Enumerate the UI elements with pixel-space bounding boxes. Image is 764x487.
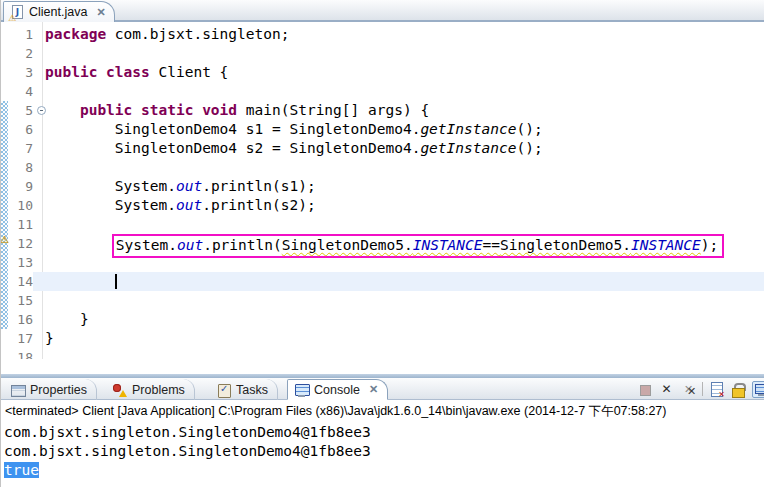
close-icon[interactable]: ✕ bbox=[96, 6, 105, 19]
code-line[interactable]: 15 bbox=[9, 291, 764, 310]
code-line[interactable]: 14 bbox=[9, 272, 764, 291]
panel-tab-properties[interactable]: Properties bbox=[4, 379, 97, 400]
code-token: System. bbox=[115, 178, 176, 194]
code-indent bbox=[45, 102, 80, 118]
line-number: 7 bbox=[9, 139, 33, 158]
code-indent bbox=[45, 273, 115, 289]
selected-text: true bbox=[4, 462, 39, 478]
code-token: package bbox=[45, 26, 106, 42]
code-line-content[interactable] bbox=[33, 253, 764, 272]
close-icon[interactable]: ✕ bbox=[369, 383, 378, 396]
code-line[interactable]: 12 System.out.println(SingletonDemo5.INS… bbox=[9, 234, 764, 253]
java-file-icon: J ⚠ bbox=[10, 5, 24, 20]
editor-tab-bar: J ⚠ Client.java ✕ bbox=[1, 0, 764, 22]
code-area[interactable]: 1package com.bjsxt.singleton;23public cl… bbox=[9, 25, 764, 359]
panel-tab-tasks[interactable]: Tasks bbox=[210, 379, 278, 400]
panel-tab-problems[interactable]: Problems bbox=[106, 379, 195, 400]
remove-all-launches-icon[interactable] bbox=[680, 381, 697, 398]
code-line-content[interactable] bbox=[33, 272, 764, 291]
code-line-content[interactable] bbox=[33, 158, 764, 177]
code-line-content[interactable]: public static void main(String[] args) { bbox=[33, 101, 764, 120]
code-line-content[interactable]: } bbox=[33, 329, 764, 348]
code-token: INSTANCE bbox=[631, 237, 701, 253]
line-number: 1 bbox=[9, 25, 33, 44]
code-line[interactable]: 9 System.out.println(s1); bbox=[9, 177, 764, 196]
toolbar-separator bbox=[702, 382, 703, 396]
code-indent bbox=[45, 237, 115, 253]
code-indent bbox=[45, 178, 115, 194]
code-line-content[interactable]: System.out.println(SingletonDemo5.INSTAN… bbox=[33, 234, 764, 253]
code-indent bbox=[45, 311, 80, 327]
code-line-content[interactable]: public class Client { bbox=[33, 63, 764, 82]
code-line-content[interactable]: SingletonDemo4 s1 = SingletonDemo4.getIn… bbox=[33, 120, 764, 139]
annotation-ruler[interactable] bbox=[1, 22, 9, 359]
fold-collapse-icon[interactable] bbox=[37, 106, 46, 115]
console-output[interactable]: com.bjsxt.singleton.SingletonDemo4@1fb8e… bbox=[1, 420, 764, 487]
code-line-content[interactable] bbox=[33, 291, 764, 310]
code-line[interactable]: 3public class Client { bbox=[9, 63, 764, 82]
remove-launch-icon[interactable] bbox=[658, 381, 675, 398]
line-number: 16 bbox=[9, 310, 33, 329]
code-token: .println(s1); bbox=[202, 178, 316, 194]
code-token: ); bbox=[701, 237, 718, 253]
code-token: } bbox=[45, 330, 54, 346]
line-number: 18 bbox=[9, 348, 33, 359]
code-line-content[interactable]: package com.bjsxt.singleton; bbox=[33, 25, 764, 44]
panel-tab-console[interactable]: Console✕ bbox=[287, 379, 388, 400]
line-number: 4 bbox=[9, 82, 33, 101]
code-token: (); bbox=[516, 140, 542, 156]
code-line-content[interactable]: } bbox=[33, 310, 764, 329]
code-token: public static void bbox=[80, 102, 237, 118]
code-token: out bbox=[176, 178, 202, 194]
line-number: 2 bbox=[9, 44, 33, 63]
code-line[interactable]: 10 System.out.println(s2); bbox=[9, 196, 764, 215]
console-text: com.bjsxt.singleton.SingletonDemo4@1fb8e… bbox=[4, 443, 371, 459]
code-line[interactable]: 7 SingletonDemo4 s2 = SingletonDemo4.get… bbox=[9, 139, 764, 158]
code-line-content[interactable]: SingletonDemo4 s2 = SingletonDemo4.getIn… bbox=[33, 139, 764, 158]
scroll-lock-icon[interactable] bbox=[730, 381, 747, 398]
line-number: 17 bbox=[9, 329, 33, 348]
panel-tab-label: Console bbox=[314, 383, 360, 397]
properties-view-icon bbox=[10, 383, 25, 397]
console-line: com.bjsxt.singleton.SingletonDemo4@1fb8e… bbox=[4, 423, 764, 442]
code-line-content[interactable] bbox=[33, 82, 764, 101]
code-indent bbox=[45, 121, 115, 137]
code-line[interactable]: 17} bbox=[9, 329, 764, 348]
pin-console-icon[interactable] bbox=[752, 381, 764, 398]
line-number: 13 bbox=[9, 253, 33, 272]
code-line[interactable]: 6 SingletonDemo4 s1 = SingletonDemo4.get… bbox=[9, 120, 764, 139]
code-token: getInstance bbox=[420, 121, 516, 137]
code-line-content[interactable]: System.out.println(s2); bbox=[33, 196, 764, 215]
code-line[interactable]: 4 bbox=[9, 82, 764, 101]
code-token: SingletonDemo5. bbox=[282, 237, 413, 253]
code-indent bbox=[45, 140, 115, 156]
code-token: getInstance bbox=[420, 140, 516, 156]
console-view-icon bbox=[294, 383, 309, 397]
code-line[interactable]: 8 bbox=[9, 158, 764, 177]
code-line[interactable]: 16 } bbox=[9, 310, 764, 329]
code-line-content[interactable] bbox=[33, 348, 764, 359]
code-line-content[interactable]: System.out.println(s1); bbox=[33, 177, 764, 196]
code-token: com.bjsxt.singleton; bbox=[106, 26, 289, 42]
code-line[interactable]: 2 bbox=[9, 44, 764, 63]
code-line[interactable]: 18 bbox=[9, 348, 764, 359]
code-token: main(String[] args) { bbox=[237, 102, 429, 118]
clear-console-icon[interactable] bbox=[708, 381, 725, 398]
code-line-content[interactable] bbox=[33, 215, 764, 234]
console-status-line: <terminated> Client [Java Application] C… bbox=[1, 400, 764, 420]
code-line-content[interactable] bbox=[33, 44, 764, 63]
warning-icon[interactable]: ⚠ bbox=[1, 234, 9, 246]
code-line[interactable]: 13 bbox=[9, 253, 764, 272]
line-number: 10 bbox=[9, 196, 33, 215]
tasks-view-icon bbox=[216, 383, 231, 397]
code-line[interactable]: 1package com.bjsxt.singleton; bbox=[9, 25, 764, 44]
code-token: SingletonDemo4 s2 = SingletonDemo4. bbox=[115, 140, 421, 156]
terminate-icon[interactable] bbox=[636, 381, 653, 398]
code-token: INSTANCE bbox=[413, 237, 483, 253]
code-token: == bbox=[483, 237, 500, 253]
panel-tab-bar: PropertiesProblemsTasksConsole✕ bbox=[1, 378, 764, 400]
tab-client-java[interactable]: J ⚠ Client.java ✕ bbox=[3, 1, 115, 22]
code-line[interactable]: 11 bbox=[9, 215, 764, 234]
code-line[interactable]: 5 public static void main(String[] args)… bbox=[9, 101, 764, 120]
code-editor[interactable]: ⚠ 1package com.bjsxt.singleton;23public … bbox=[1, 22, 764, 359]
